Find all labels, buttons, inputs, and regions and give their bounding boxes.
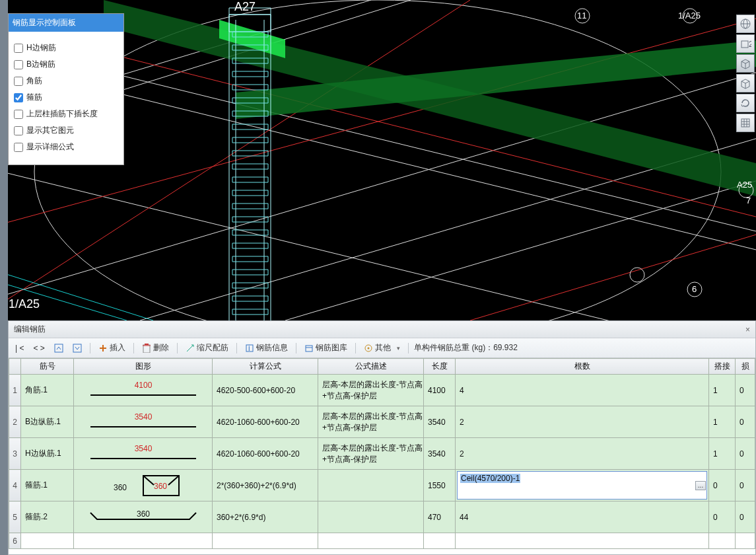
cell-shape[interactable]: 360: [74, 501, 213, 533]
cell-jinhao[interactable]: H边纵筋.1: [21, 438, 74, 470]
panel-checkbox[interactable]: [14, 77, 23, 86]
col-gongshi[interactable]: 计算公式: [213, 359, 318, 375]
panel-option-3[interactable]: 箍筋: [13, 89, 120, 106]
nav-first-button[interactable]: | <: [13, 342, 26, 354]
panel-option-2[interactable]: 角筋: [13, 73, 120, 89]
cell-sun[interactable]: 0: [736, 501, 755, 533]
cell-desc[interactable]: 层高-本层的露出长度-节点高+节点高-保护层: [318, 375, 424, 406]
cell-formula[interactable]: 360+2*(6.9*d): [213, 501, 318, 533]
scale-button[interactable]: 缩尺配筋: [183, 341, 231, 355]
refresh-icon[interactable]: [736, 94, 755, 112]
cell-jinhao[interactable]: 角筋.1: [21, 375, 74, 406]
panel-checkbox[interactable]: [14, 126, 23, 135]
view-tools: 20: [736, 15, 756, 132]
col-changdu[interactable]: 长度: [424, 359, 456, 375]
svg-marker-34: [232, 164, 268, 169]
panel-option-5[interactable]: 显示其它图元: [13, 122, 120, 139]
col-dajie[interactable]: 搭接: [709, 359, 736, 375]
cell-jinhao[interactable]: 箍筋.1: [21, 470, 74, 501]
cell-dajie[interactable]: 1: [709, 438, 736, 470]
cell-formula[interactable]: 4620-500-600+600-20: [213, 375, 318, 406]
close-icon[interactable]: ×: [745, 325, 750, 334]
table-row[interactable]: 2B边纵筋.135404620-1060-600+600-20层高-本层的露出长…: [9, 406, 755, 438]
delete-button[interactable]: 删除: [139, 341, 172, 355]
cell-length[interactable]: 470: [424, 501, 456, 533]
cell-sun[interactable]: 0: [736, 438, 755, 470]
cell-dajie[interactable]: 1: [709, 406, 736, 438]
table-row[interactable]: 3H边纵筋.135404620-1060-600+600-20层高-本层的露出长…: [9, 438, 755, 470]
cell-jinhao[interactable]: 箍筋.2: [21, 501, 74, 533]
panel-option-label: H边钢筋: [26, 42, 56, 54]
cell-desc[interactable]: 层高-本层的露出长度-节点高+节点高-保护层: [318, 438, 424, 470]
table-row[interactable]: 5箍筋.2 360 360+2*(6.9*d)4704400: [9, 501, 755, 533]
panel-option-4[interactable]: 上层柱插筋下插长度: [13, 106, 120, 122]
cell-shape[interactable]: 3540: [74, 438, 213, 470]
panel-option-label: 显示详细公式: [26, 141, 74, 153]
cell-sun[interactable]: 0: [736, 406, 755, 438]
col-miaoshu[interactable]: 公式描述: [318, 359, 424, 375]
globe-icon[interactable]: [736, 15, 755, 33]
panel-title: 钢筋显示控制面板: [9, 14, 123, 32]
svg-rect-66: [73, 344, 81, 352]
cube-icon[interactable]: [736, 54, 755, 73]
panel-checkbox[interactable]: [14, 110, 23, 119]
cube-20-icon[interactable]: 20: [736, 34, 755, 53]
cell-formula[interactable]: 4620-1060-600+600-20: [213, 406, 318, 438]
cell-length[interactable]: 1550: [424, 470, 456, 501]
cell-shape[interactable]: 4100: [74, 375, 213, 406]
panel-option-1[interactable]: B边钢筋: [13, 56, 120, 73]
svg-marker-43: [232, 283, 268, 288]
cell-sun[interactable]: 0: [736, 375, 755, 406]
panel-checkbox[interactable]: [14, 143, 23, 152]
col-sun[interactable]: 损: [736, 359, 755, 375]
cube-wire-icon[interactable]: [736, 74, 755, 92]
cell-dajie[interactable]: 0: [709, 501, 736, 533]
cell-shape[interactable]: 360 360: [74, 470, 213, 501]
svg-rect-60: [741, 119, 749, 127]
cell-genshu[interactable]: 2: [456, 438, 709, 470]
svg-text:4100: 4100: [134, 381, 152, 390]
svg-text:3540: 3540: [134, 444, 152, 453]
cell-genshu[interactable]: 44: [456, 501, 709, 533]
panel-option-6[interactable]: 显示详细公式: [13, 139, 120, 155]
svg-line-14: [8, 275, 127, 320]
table-row[interactable]: 4箍筋.1 360 360 2*(360+360)+2*(6.9*d)1550C…: [9, 470, 755, 501]
library-button[interactable]: 钢筋图库: [302, 341, 350, 355]
cell-desc[interactable]: 层高-本层的露出长度-节点高+节点高-保护层: [318, 406, 424, 438]
insert-button[interactable]: 插入: [96, 341, 128, 355]
cell-formula[interactable]: 4620-1060-600+600-20: [213, 438, 318, 470]
panel-checkbox[interactable]: [14, 60, 23, 69]
cell-dajie[interactable]: 0: [709, 470, 736, 501]
cell-shape[interactable]: 3540: [74, 406, 213, 438]
col-genshu[interactable]: 根数: [456, 359, 709, 375]
cell-sun[interactable]: 0: [736, 470, 755, 501]
svg-rect-74: [306, 346, 312, 352]
svg-text:20: 20: [749, 40, 751, 49]
panel-option-0[interactable]: H边钢筋: [13, 40, 120, 56]
panel-checkbox[interactable]: [14, 93, 23, 102]
table-row[interactable]: 1角筋.141004620-500-600+600-20层高-本层的露出长度-节…: [9, 375, 755, 406]
cell-genshu[interactable]: 2: [456, 406, 709, 438]
ellipsis-button[interactable]: ...: [695, 481, 706, 490]
cell-desc[interactable]: [318, 501, 424, 533]
cell-jinhao[interactable]: B边纵筋.1: [21, 406, 74, 438]
grid-icon[interactable]: [736, 114, 755, 132]
col-tuxing[interactable]: 图形: [74, 359, 213, 375]
info-button[interactable]: i钢筋信息: [242, 341, 291, 355]
panel-checkbox[interactable]: [14, 44, 23, 53]
genshu-edit-cell[interactable]: Ceil(4570/200)-1...: [456, 470, 708, 501]
nav-down-button[interactable]: [70, 342, 85, 354]
cell-dajie[interactable]: 1: [709, 375, 736, 406]
cell-formula[interactable]: 2*(360+360)+2*(6.9*d): [213, 470, 318, 501]
cell-length[interactable]: 3540: [424, 406, 456, 438]
table-row-blank[interactable]: 6: [9, 533, 755, 549]
svg-text:3540: 3540: [134, 412, 152, 422]
other-dropdown[interactable]: 其他 ▾: [361, 341, 403, 355]
cell-length[interactable]: 4100: [424, 375, 456, 406]
col-jinhao[interactable]: 筋号: [21, 359, 74, 375]
nav-prev-next-button[interactable]: < >: [30, 342, 47, 354]
cell-desc[interactable]: [318, 470, 424, 501]
cell-genshu[interactable]: 4: [456, 375, 709, 406]
cell-length[interactable]: 3540: [424, 438, 456, 470]
nav-up-button[interactable]: [52, 342, 66, 354]
